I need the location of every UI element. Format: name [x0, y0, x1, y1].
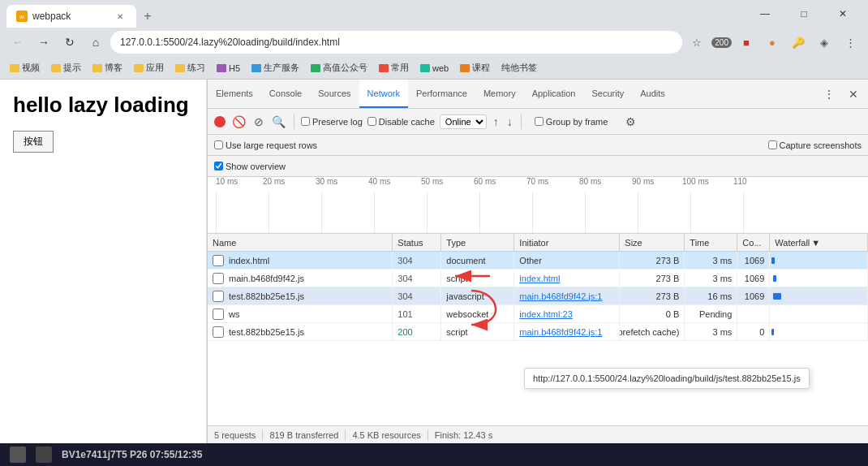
bookmark-wechat[interactable]: 高值公众号: [307, 60, 371, 76]
initiator-link[interactable]: main.b468fd9f42.js:1: [519, 291, 602, 301]
tab-console[interactable]: Console: [261, 80, 310, 108]
row-checkbox[interactable]: [213, 273, 224, 284]
td-type: script: [441, 323, 514, 340]
search-button[interactable]: 🔍: [270, 114, 287, 130]
capture-screenshots-checkbox[interactable]: Capture screenshots: [768, 140, 862, 150]
devtools-header: Elements Console Sources Network Perform…: [208, 80, 868, 109]
bookmark-提示[interactable]: 提示: [48, 60, 84, 76]
tick-line-6: [479, 192, 480, 233]
td-type: document: [441, 252, 514, 269]
network-toolbar: 🚫 ⊘ 🔍 Preserve log Disable cache Online …: [208, 109, 868, 135]
bookmark-h5[interactable]: H5: [213, 62, 243, 75]
bookmark-应用[interactable]: 应用: [131, 60, 167, 76]
row-checkbox[interactable]: [213, 291, 224, 302]
filter-button[interactable]: ⊘: [252, 114, 265, 130]
use-large-rows-checkbox[interactable]: Use large request rows: [214, 140, 317, 150]
throttle-select[interactable]: Online: [440, 114, 487, 129]
refresh-button[interactable]: ↻: [58, 31, 81, 54]
address-input[interactable]: [110, 31, 682, 54]
tick-line-8: [585, 192, 586, 233]
right-checkboxes: Group by frame: [528, 117, 614, 127]
preserve-log-input[interactable]: [301, 117, 310, 126]
tab-security[interactable]: Security: [583, 80, 632, 108]
bookmark-production[interactable]: 生产服务: [248, 60, 303, 76]
bookmark-other[interactable]: 纯他书签: [498, 60, 540, 76]
th-type[interactable]: Type: [441, 234, 514, 251]
bottom-icon-2[interactable]: [36, 447, 52, 463]
row-checkbox[interactable]: [213, 255, 224, 266]
folder-icon: [134, 64, 144, 72]
group-by-frame-checkbox[interactable]: Group by frame: [535, 117, 608, 127]
export-button[interactable]: ↓: [505, 114, 514, 130]
home-button[interactable]: ⌂: [84, 31, 107, 54]
table-row[interactable]: main.b468fd9f42.js 304 script index.html…: [208, 270, 868, 287]
th-name[interactable]: Name: [208, 234, 393, 251]
initiator-link[interactable]: index.html: [519, 274, 560, 283]
tab-application[interactable]: Application: [524, 80, 584, 108]
tooltip-text: http://127.0.0.1:5500/24.lazy%20loading/…: [533, 373, 801, 383]
capture-screenshots-input[interactable]: [768, 140, 777, 149]
initiator-link[interactable]: main.b468fd9f42.js:1: [519, 327, 602, 337]
initiator-link[interactable]: index.html:23: [519, 309, 572, 319]
bookmark-视频[interactable]: 视频: [6, 60, 43, 76]
extension-icon-4[interactable]: ◈: [813, 31, 836, 54]
extension-icon-2[interactable]: ●: [761, 31, 784, 54]
th-time[interactable]: Time: [685, 234, 737, 251]
bookmark-course[interactable]: 课程: [457, 60, 493, 76]
disable-cache-checkbox[interactable]: Disable cache: [367, 117, 435, 127]
minimize-button[interactable]: —: [746, 1, 784, 27]
table-row[interactable]: ws 101 websocket index.html:23 0 B Pendi…: [208, 305, 868, 323]
disable-cache-input[interactable]: [367, 117, 376, 126]
th-co[interactable]: Co...: [737, 234, 770, 251]
td-size: 273 B: [620, 270, 685, 287]
tab-memory[interactable]: Memory: [475, 80, 524, 108]
show-overview-checkbox[interactable]: Show overview: [214, 162, 286, 171]
bookmark-web[interactable]: web: [417, 62, 452, 75]
group-by-frame-input[interactable]: [535, 117, 544, 126]
new-tab-button[interactable]: +: [136, 5, 159, 28]
tick-line-1: [216, 192, 217, 233]
record-button[interactable]: [214, 116, 226, 127]
th-waterfall[interactable]: Waterfall ▼: [770, 234, 868, 251]
menu-button[interactable]: ⋮: [839, 31, 862, 54]
use-large-rows-input[interactable]: [214, 140, 223, 149]
extension-icon-3[interactable]: 🔑: [787, 31, 810, 54]
bottom-icon-1[interactable]: [10, 447, 26, 463]
devtools-more-button[interactable]: ⋮: [818, 83, 840, 106]
folder-icon: [51, 64, 61, 72]
bookmark-label: 博客: [105, 62, 122, 74]
tab-network[interactable]: Network: [359, 80, 408, 108]
tab-sources[interactable]: Sources: [310, 80, 359, 108]
import-button[interactable]: ↑: [492, 114, 501, 130]
th-status[interactable]: Status: [393, 234, 441, 251]
bookmark-icon[interactable]: ☆: [685, 31, 708, 54]
row-checkbox[interactable]: [213, 309, 224, 320]
clear-button[interactable]: 🚫: [230, 114, 247, 130]
th-size[interactable]: Size: [620, 234, 685, 251]
tab-elements[interactable]: Elements: [208, 80, 261, 108]
th-initiator[interactable]: Initiator: [514, 234, 620, 251]
bottom-bar: BV1e7411j7T5 P26 07:55/12:35: [0, 443, 868, 466]
devtools-close-button[interactable]: ✕: [842, 83, 865, 106]
close-button[interactable]: ✕: [824, 1, 862, 27]
browser-tab[interactable]: w webpack ✕: [6, 5, 136, 28]
tab-close-button[interactable]: ✕: [114, 10, 127, 23]
preserve-log-checkbox[interactable]: Preserve log: [301, 117, 363, 127]
table-row[interactable]: test.882bb25e15.js 304 javascript main.b…: [208, 287, 868, 305]
show-overview-input[interactable]: [214, 162, 223, 170]
bookmark-练习[interactable]: 练习: [172, 60, 208, 76]
table-row[interactable]: test.882bb25e15.js 200 script main.b468f…: [208, 323, 868, 341]
page-button[interactable]: 按钮: [13, 131, 54, 153]
extension-icon-1[interactable]: ■: [735, 31, 758, 54]
tab-audits[interactable]: Audits: [632, 80, 673, 108]
row-checkbox[interactable]: [213, 326, 224, 338]
bookmark-common[interactable]: 常用: [376, 60, 412, 76]
settings-button[interactable]: ⚙: [619, 110, 642, 133]
back-button[interactable]: ←: [6, 31, 29, 54]
tab-performance[interactable]: Performance: [408, 80, 475, 108]
forward-button[interactable]: →: [32, 31, 55, 54]
table-row[interactable]: index.html 304 document Other 273 B 3 ms…: [208, 252, 868, 270]
td-size: 273 B: [620, 252, 685, 269]
bookmark-博客[interactable]: 博客: [89, 60, 126, 76]
maximize-button[interactable]: □: [785, 1, 823, 27]
